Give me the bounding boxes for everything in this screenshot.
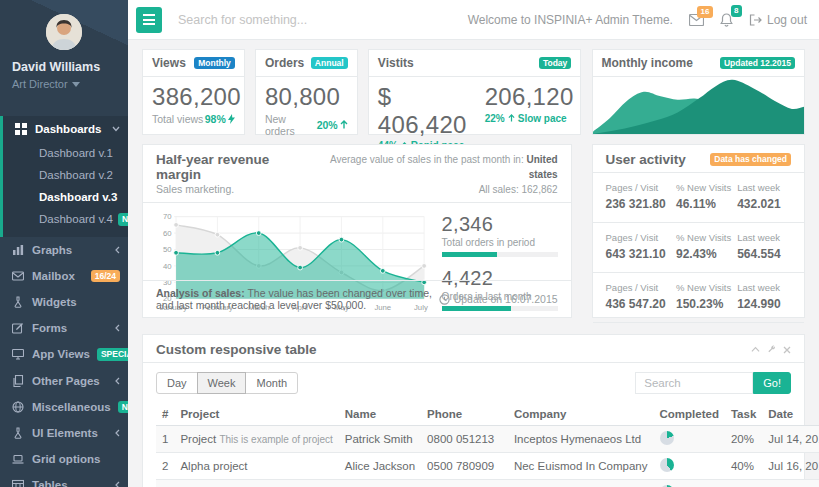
activity-row: Pages / Visit236 321.80 % New Visits46.1… [593, 173, 804, 223]
user-profile: David Williams Art Director [0, 0, 128, 102]
caret-down-icon [72, 82, 80, 87]
panel-title: Custom responsive table [156, 342, 317, 357]
orders-card: Orders Annual 80,800 New orders 20% [255, 49, 358, 135]
completion-pie-chart [660, 431, 674, 445]
wrench-icon[interactable] [767, 345, 776, 354]
sidebar-item-dashboard-v4[interactable]: Dashboard v.4NEW [3, 208, 128, 231]
sidebar-item-forms[interactable]: Forms [0, 315, 128, 341]
table-row[interactable]: 1 Project This is example of project Pat… [156, 426, 819, 453]
chevron-left-icon [115, 481, 120, 487]
flask-icon [12, 296, 25, 308]
panel-subtitle: Sales marketing. [156, 183, 310, 195]
sidebar-item-app-views[interactable]: App Views SPECIAL [0, 341, 128, 368]
monthly-badge: Monthly [194, 57, 235, 70]
annual-badge: Annual [311, 57, 348, 70]
custom-table-panel: Custom responsive table Day Week Month [142, 334, 805, 487]
sidebar-item-tables[interactable]: Tables [0, 472, 128, 487]
sidebar-item-dashboard-v3[interactable]: Dashboard v.3 [3, 186, 128, 208]
day-button[interactable]: Day [156, 372, 198, 394]
table-row[interactable]: 3 Betha project John Smith 0800 1111 Era… [156, 480, 819, 487]
views-label: Total views [152, 113, 203, 125]
dashboards-submenu: Dashboard v.1 Dashboard v.2 Dashboard v.… [3, 142, 128, 237]
sidebar-item-miscellaneous[interactable]: Miscellaneous NEW [0, 394, 128, 421]
card-title: Monthly income [602, 56, 693, 70]
sidebar-item-widgets[interactable]: Widgets [0, 289, 128, 315]
collapse-icon[interactable] [751, 346, 760, 353]
card-title: Vistits [378, 56, 414, 70]
user-activity-panel: User activity Data has changed Pages / V… [592, 144, 805, 318]
messages-count-badge: 16 [697, 6, 713, 18]
views-delta: 98% [205, 113, 235, 125]
go-button[interactable]: Go! [753, 372, 791, 394]
orders-label: New orders [265, 113, 317, 137]
bar-chart-icon [12, 244, 25, 256]
logout-button[interactable]: Log out [749, 13, 807, 27]
mailbox-badge: 16/24 [91, 270, 120, 283]
close-icon[interactable] [783, 346, 791, 354]
panel-title: User activity [606, 152, 686, 167]
svg-text:70: 70 [163, 212, 172, 221]
table-search-input[interactable] [635, 372, 753, 394]
analysis-note: Analysis of sales: The value has been ch… [156, 287, 439, 311]
clock-icon [439, 294, 450, 305]
sidebar: David Williams Art Director Dashboards [0, 0, 128, 487]
special-badge: SPECIAL [97, 348, 128, 361]
activity-row: Pages / Visit643 321.10 % New Visits92.4… [593, 223, 804, 273]
sidebar-item-label: Dashboards [35, 123, 101, 135]
monthly-income-card: Monthly income Updated 12.2015 [592, 49, 805, 135]
data-changed-badge: Data has changed [710, 153, 791, 166]
table-row[interactable]: 2 Alpha project Alice Jackson 0500 78090… [156, 453, 819, 480]
user-role-menu[interactable]: Art Director [12, 78, 116, 90]
messages-button[interactable]: 16 [689, 14, 704, 26]
globe-icon [12, 401, 25, 413]
alerts-count-badge: 8 [731, 5, 742, 17]
orders-in-period-stat: 2,346 Total orders in period [442, 213, 558, 257]
completion-pie-chart [660, 458, 674, 472]
sidebar-item-dashboards[interactable]: Dashboards [3, 116, 128, 142]
new-badge: NEW [118, 213, 128, 226]
new-badge: NEW [118, 401, 128, 414]
sidebar-item-mailbox[interactable]: Mailbox 16/24 [0, 263, 128, 290]
dashboard-app: David Williams Art Director Dashboards [0, 0, 819, 487]
files-icon [12, 375, 25, 387]
menu-toggle-button[interactable] [136, 7, 162, 33]
progress-bar [442, 252, 558, 257]
month-button[interactable]: Month [245, 372, 298, 394]
card-title: Orders [265, 56, 304, 70]
user-role-label: Art Director [12, 78, 68, 90]
flask-icon [12, 427, 25, 439]
welcome-text: Welcome to INSPINIA+ Admin Theme. [468, 13, 673, 27]
card-title: Views [152, 56, 186, 70]
bolt-icon [228, 114, 235, 124]
avatar-photo [46, 14, 82, 50]
grid-icon [15, 123, 28, 135]
table-icon [12, 479, 25, 487]
avatar[interactable] [46, 14, 82, 50]
orders-delta: 20% [317, 119, 348, 131]
panel-title: Half-year revenue margin [156, 152, 310, 182]
sidebar-item-ui-elements[interactable]: UI Elements [0, 420, 128, 446]
notifications-button[interactable]: 8 [720, 13, 733, 27]
sidebar-item-dashboard-v2[interactable]: Dashboard v.2 [3, 164, 128, 186]
income-area-chart [593, 77, 804, 134]
revenue-panel: Half-year revenue margin Sales marketing… [142, 144, 572, 318]
page-content: Views Monthly 386,200 Total views 98% [128, 40, 819, 487]
sidebar-nav: Dashboards Dashboard v.1 Dashboard v.2 D… [0, 116, 128, 487]
sidebar-item-dashboard-v1[interactable]: Dashboard v.1 [3, 142, 128, 164]
top-navbar: Welcome to INSPINIA+ Admin Theme. 16 8 L… [128, 0, 819, 40]
today-badge: Today [539, 57, 571, 70]
svg-text:40: 40 [163, 262, 172, 271]
sidebar-item-graphs[interactable]: Graphs [0, 237, 128, 263]
search-input[interactable] [176, 12, 468, 28]
envelope-icon [12, 270, 25, 282]
user-name: David Williams [12, 60, 116, 74]
sidebar-item-grid-options[interactable]: Grid options [0, 446, 128, 472]
sidebar-item-other-pages[interactable]: Other Pages [0, 368, 128, 394]
week-button[interactable]: Week [197, 372, 247, 394]
update-timestamp: Update on 16.07.2015 [439, 293, 558, 305]
projects-table: # Project Name Phone Company Completed T… [156, 403, 819, 487]
chevron-left-icon [115, 377, 120, 385]
all-sales: All sales: 162,862 [310, 182, 557, 197]
views-card: Views Monthly 386,200 Total views 98% [142, 49, 245, 135]
desktop-icon [12, 348, 25, 360]
